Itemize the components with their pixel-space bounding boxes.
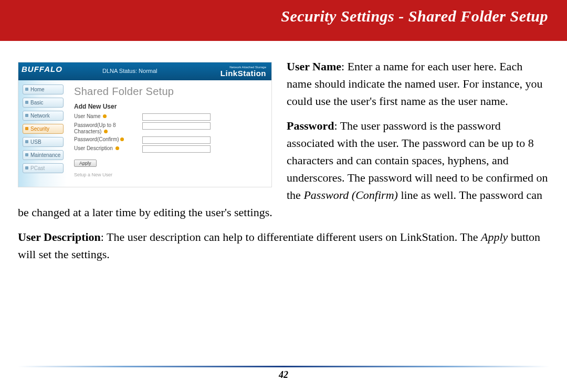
page-header: Security Settings - Shared Folder Setup [0,0,567,41]
form-row-description: User Description [74,145,265,153]
label-description: User Description [74,145,142,152]
brand-logo: BUFFALO [22,65,62,73]
sidebar-item-usb[interactable]: USB [23,137,64,147]
sidebar-item-home[interactable]: Home [23,84,64,94]
input-password-confirm[interactable] [142,136,211,144]
input-password[interactable] [142,122,211,130]
sidebar-item-network[interactable]: Network [23,111,64,121]
setup-new-user-link[interactable]: Setup a New User [74,172,265,177]
input-username[interactable] [142,113,211,121]
page-title: Security Settings - Shared Folder Setup [281,7,548,25]
form-row-password: Password(Up to 8 Characters) [74,122,265,135]
page-footer: 42 [18,366,549,380]
sidebar: Home Basic Network Security USB Maintena… [18,80,67,187]
sidebar-item-security[interactable]: Security [23,124,64,134]
product-name: LinkStation [220,69,266,78]
footer-rule [18,366,549,367]
panel-title: Shared Folder Setup [74,86,265,98]
label-password-confirm: Password(Confirm) [74,136,142,143]
sidebar-item-pcast[interactable]: PCast [23,163,64,173]
input-description[interactable] [142,145,211,153]
app-header: BUFFALO DLNA Status: Normal Network Atta… [18,62,271,80]
product-label: Network Attached Storage LinkStation [220,66,266,78]
paragraph-description: User Description: The user description c… [18,228,549,263]
dlna-status: DLNA Status: Normal [102,68,158,74]
label-username: User Name [74,113,142,120]
main-panel: Shared Folder Setup Add New User User Na… [67,80,271,187]
required-dot-icon [120,137,124,141]
sidebar-item-maintenance[interactable]: Maintenance [23,150,64,160]
label-password: Password(Up to 8 Characters) [74,122,142,135]
sidebar-item-basic[interactable]: Basic [23,98,64,108]
lead-username: User Name [287,60,341,73]
lead-description: User Description [18,230,101,243]
lead-password: Password [287,119,334,132]
required-dot-icon [103,114,107,118]
embedded-screenshot: BUFFALO DLNA Status: Normal Network Atta… [18,62,272,187]
form-row-username: User Name [74,113,265,121]
apply-button[interactable]: Apply [74,160,97,167]
form-row-password-confirm: Password(Confirm) [74,136,265,144]
panel-subtitle: Add New User [74,103,265,110]
required-dot-icon [104,130,108,133]
required-dot-icon [116,146,119,150]
page-number: 42 [18,369,549,380]
